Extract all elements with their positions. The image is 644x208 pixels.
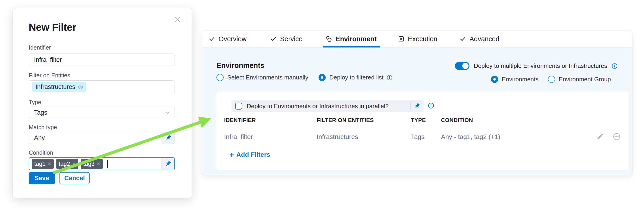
col-header-type: TYPE	[411, 117, 426, 124]
modal-title: New Filter	[29, 22, 76, 33]
tab-label: Environment	[336, 35, 377, 43]
tab-label: Execution	[408, 35, 437, 43]
environments-heading: Environments	[216, 62, 264, 70]
check-icon	[270, 36, 277, 42]
remove-tag-icon[interactable]: ×	[96, 161, 100, 167]
environment-tab-content: Environments Select Environments manuall…	[202, 48, 632, 175]
parallel-runtime-pin[interactable]	[411, 103, 424, 109]
filters-card: Deploy to Environments or Infrastructure…	[216, 92, 628, 170]
col-header-condition: CONDITION	[441, 117, 473, 124]
chevron-down-icon	[165, 110, 171, 116]
stage-tabbar: Overview Service Environment Executi	[202, 31, 632, 48]
condition-group: tag1 × tag2 × tag3 ×	[29, 157, 175, 170]
tab-label: Overview	[218, 35, 246, 43]
radio-deploy-filtered-label: Deploy to filtered list	[330, 74, 384, 81]
tab-service[interactable]: Service	[270, 31, 302, 47]
tab-execution[interactable]: Execution	[398, 31, 437, 47]
multi-env-toggle-label: Deploy to multiple Environments or Infra…	[474, 62, 607, 70]
multi-env-toggle[interactable]	[455, 62, 470, 70]
pin-icon	[165, 160, 171, 167]
add-filters-button[interactable]: + Add Filters	[230, 151, 270, 159]
check-icon	[460, 36, 466, 42]
condition-runtime-pin[interactable]	[161, 158, 174, 170]
match-type-group: Any	[29, 132, 175, 144]
text-caret	[107, 160, 108, 168]
multi-env-toggle-row: Deploy to multiple Environments or Infra…	[455, 62, 618, 70]
environment-selection-radios: Select Environments manually Deploy to f…	[216, 74, 393, 81]
tag-chip-label: tag1	[34, 160, 46, 167]
parallel-checkbox[interactable]	[235, 102, 242, 110]
row-type: Tags	[411, 133, 424, 140]
entities-chip[interactable]: Infrastructures	[32, 82, 86, 92]
entities-chip-label: Infrastructures	[36, 84, 76, 90]
execution-play-icon	[398, 36, 404, 42]
tab-advanced[interactable]: Advanced	[460, 31, 499, 47]
identifier-value: Infra_filter	[29, 56, 62, 64]
condition-input[interactable]: tag1 × tag2 × tag3 ×	[29, 158, 161, 170]
type-select[interactable]: Tags	[29, 107, 175, 118]
parallel-checkbox-label: Deploy to Environments or Infrastructure…	[247, 102, 389, 110]
plus-icon: +	[230, 151, 234, 159]
remove-tag-icon[interactable]: ×	[48, 161, 51, 167]
match-type-label: Match type	[29, 124, 57, 131]
col-header-identifier: IDENTIFIER	[224, 117, 256, 124]
chevron-down-icon	[152, 135, 158, 141]
toggle-knob	[462, 63, 468, 69]
pipeline-stage-panel: Overview Service Environment Executi	[202, 31, 632, 175]
tab-label: Service	[280, 35, 302, 43]
tab-overview[interactable]: Overview	[208, 31, 246, 47]
identifier-input[interactable]: Infra_filter	[29, 54, 175, 66]
type-label: Type	[29, 99, 41, 106]
tag-chip[interactable]: tag3 ×	[81, 159, 103, 169]
radio-environments[interactable]	[491, 76, 498, 83]
add-filters-label: Add Filters	[236, 151, 270, 158]
radio-select-manually[interactable]	[216, 74, 224, 81]
row-condition: Any - tag1, tag2 (+1)	[441, 133, 500, 140]
tag-chip-label: tag2	[59, 160, 70, 167]
cancel-button[interactable]: Cancel	[60, 172, 90, 184]
parallel-checkbox-row: Deploy to Environments or Infrastructure…	[232, 100, 424, 112]
tab-environment[interactable]: Environment	[325, 31, 377, 47]
radio-environment-group-label: Environment Group	[559, 76, 611, 83]
remove-entity-icon[interactable]	[78, 84, 83, 90]
tag-chip[interactable]: tag2 ×	[56, 159, 78, 169]
edit-pencil-icon[interactable]	[596, 133, 604, 140]
new-filter-modal: New Filter Identifier Infra_filter Filte…	[13, 8, 192, 198]
env-or-group-radios: Environments Environment Group	[491, 76, 611, 83]
condition-label: Condition	[29, 150, 53, 156]
close-icon[interactable]	[172, 14, 183, 25]
radio-environment-group[interactable]	[548, 76, 555, 83]
info-icon[interactable]	[611, 63, 618, 69]
tab-label: Advanced	[470, 35, 499, 43]
row-identifier: Infra_filter	[224, 133, 253, 140]
info-icon[interactable]	[386, 74, 393, 81]
filter-on-entities-label: Filter on Entities	[29, 72, 70, 79]
screen: New Filter Identifier Infra_filter Filte…	[0, 0, 644, 208]
filter-on-entities-input[interactable]: Infrastructures	[29, 80, 175, 93]
remove-tag-icon[interactable]: ×	[72, 161, 76, 167]
radio-deploy-filtered[interactable]	[318, 74, 326, 81]
col-header-filter-on-entities: FILTER ON ENTITIES	[317, 117, 374, 124]
identifier-label: Identifier	[29, 44, 51, 51]
match-type-select[interactable]: Any	[29, 132, 162, 144]
remove-row-icon[interactable]	[613, 133, 620, 140]
pin-icon	[414, 103, 420, 109]
radio-environments-label: Environments	[502, 76, 539, 83]
tag-chip-label: tag3	[83, 160, 95, 167]
match-type-value: Any	[29, 134, 45, 142]
type-value: Tags	[29, 109, 47, 116]
check-icon	[208, 36, 215, 42]
tag-chip[interactable]: tag1 ×	[32, 159, 54, 169]
pin-icon	[165, 134, 172, 141]
radio-select-manually-label: Select Environments manually	[227, 74, 308, 81]
save-button[interactable]: Save	[29, 172, 55, 184]
row-filter-on-entities: Infrastructures	[317, 133, 358, 140]
info-icon[interactable]	[428, 102, 434, 109]
match-type-runtime-pin[interactable]	[162, 132, 174, 144]
environment-hexagons-icon	[325, 36, 332, 42]
